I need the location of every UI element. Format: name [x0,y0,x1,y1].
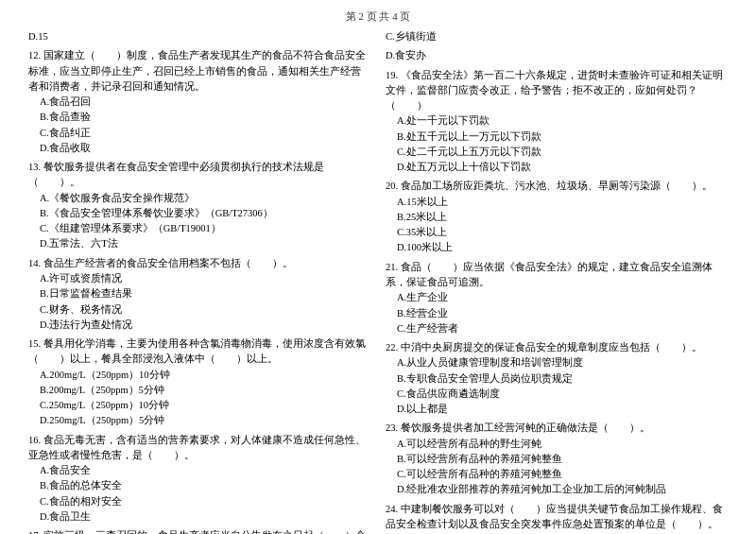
q-d-food-safety: D.食安办 [386,48,728,63]
page-container: 第 2 页 共 4 页 D.15 12. 国家建立（ ）制度，食品生产者发现其生… [28,9,728,534]
q-19: 19. 《食品安全法》第一百二十六条规定，进货时未查验许可证和相关证明文件，监督… [386,68,728,176]
q-c-township: C.乡镇街道 [386,29,728,44]
columns-container: D.15 12. 国家建立（ ）制度，食品生产者发现其生产的食品不符合食品安全标… [28,29,728,534]
q-16: 16. 食品无毒无害，含有适当的营养素要求，对人体健康不造成任何急性、亚急性或者… [28,433,370,525]
q-21: 21. 食品（ ）应当依据《食品安全法》的规定，建立食品安全追溯体系，保证食品可… [386,260,728,336]
q-d15: D.15 [28,29,370,44]
q-13: 13. 餐饮服务提供者在食品安全管理中必须贯彻执行的技术法规是（ ）。 A.《餐… [28,160,370,252]
q-15: 15. 餐具用化学消毒，主要为使用各种含氯消毒物消毒，使用浓度含有效氯（ ）以上… [28,336,370,429]
q-12: 12. 国家建立（ ）制度，食品生产者发现其生产的食品不符合食品安全标准，应当立… [28,48,370,156]
left-column: D.15 12. 国家建立（ ）制度，食品生产者发现其生产的食品不符合食品安全标… [28,29,370,534]
q-20: 20. 食品加工场所应距粪坑、污水池、垃圾场、旱厕等污染源（ ）。 A.15米以… [386,179,728,255]
right-column: C.乡镇街道 D.食安办 19. 《食品安全法》第一百二十六条规定，进货时未查验… [386,29,728,534]
page-header: 第 2 页 共 4 页 [28,9,728,24]
q-24: 24. 中建制餐饮服务可以对（ ）应当提供关键节食品加工操作规程、食品安全检查计… [386,502,728,534]
q-22: 22. 中消中央厨房提交的保证食品安全的规章制度应当包括（ ）。 A.从业人员健… [386,340,728,417]
q-14: 14. 食品生产经营者的食品安全信用档案不包括（ ）。 A.许可或资质情况 B.… [28,256,370,333]
q-17: 17. 实施三级、三查召回的，食品生产者应当自公告发布之日起（ ）个和（ ）个工… [28,528,370,534]
q-23: 23. 餐饮服务提供者加工经营河鲀的正确做法是（ ）。 A.可以经营所有品种的野… [386,421,728,497]
